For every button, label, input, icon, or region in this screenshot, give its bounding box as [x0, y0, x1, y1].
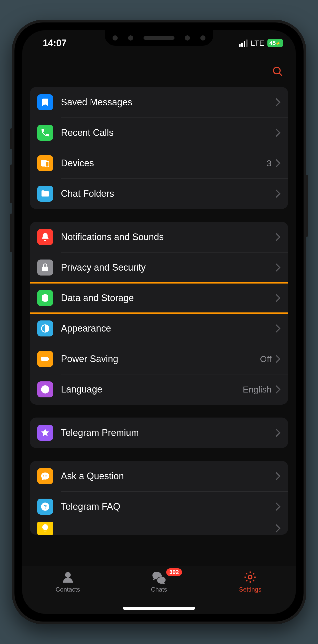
row-value: Off [260, 354, 272, 364]
bell-icon [37, 229, 53, 245]
row-label: Language [61, 384, 243, 395]
settings-row-faq[interactable]: ?Telegram FAQ [30, 491, 288, 522]
chat-icon [37, 468, 53, 484]
settings-row-saved-messages[interactable]: Saved Messages [30, 87, 288, 117]
chevron-right-icon [275, 98, 281, 107]
contrast-icon [37, 320, 53, 336]
row-label: Telegram Premium [61, 427, 275, 438]
search-button[interactable] [270, 64, 285, 79]
settings-row-privacy[interactable]: Privacy and Security [30, 252, 288, 283]
chats-icon [152, 570, 166, 584]
battery-icon [37, 351, 53, 367]
chevron-right-icon [275, 263, 281, 272]
settings-row-chat-folders[interactable]: Chat Folders [30, 178, 288, 209]
phone-icon [37, 125, 53, 141]
svg-rect-3 [46, 162, 49, 167]
settings-group: Telegram Premium [30, 418, 288, 448]
row-label: Notifications and Sounds [61, 232, 275, 242]
chevron-right-icon [275, 385, 281, 394]
settings-row-data-storage[interactable]: Data and Storage [30, 283, 288, 313]
row-value: 3 [267, 158, 272, 168]
svg-line-1 [279, 73, 282, 76]
home-indicator[interactable] [123, 607, 195, 610]
tab-chats[interactable]: Chats302 [114, 570, 204, 593]
chevron-right-icon [275, 355, 281, 363]
chevron-right-icon [275, 294, 281, 302]
svg-rect-8 [48, 358, 49, 360]
globe-icon [37, 381, 53, 397]
tab-contacts[interactable]: Contacts [23, 570, 113, 593]
settings-row-premium[interactable]: Telegram Premium [30, 418, 288, 448]
settings-group: Saved MessagesRecent CallsDevices3Chat F… [30, 87, 288, 209]
chevron-right-icon [275, 159, 281, 168]
gear-icon [243, 570, 257, 584]
power-button [305, 175, 308, 237]
row-label: Chat Folders [61, 188, 275, 199]
row-label: Ask a Question [61, 471, 275, 482]
svg-point-17 [65, 572, 71, 578]
help-icon: ? [37, 499, 53, 515]
tab-label: Settings [239, 586, 261, 593]
phone-frame: 14:07 LTE 45⚡ Saved MessagesRecent Calls… [12, 20, 306, 624]
battery-indicator: 45⚡ [267, 39, 283, 47]
bulb-icon [37, 522, 53, 535]
row-label: Devices [61, 158, 267, 169]
row-label: Saved Messages [61, 97, 275, 108]
notch [105, 30, 213, 46]
row-label: Telegram FAQ [61, 501, 275, 512]
svg-point-0 [274, 67, 280, 74]
storage-icon [37, 290, 53, 306]
svg-point-14 [46, 475, 47, 476]
tab-label: Contacts [55, 586, 80, 593]
settings-row-power-saving[interactable]: Power SavingOff [30, 344, 288, 374]
settings-group: Notifications and SoundsPrivacy and Secu… [30, 222, 288, 405]
settings-row-devices[interactable]: Devices3 [30, 148, 288, 178]
svg-point-18 [248, 575, 252, 579]
chevron-right-icon [275, 233, 281, 241]
tab-bar: ContactsChats302Settings [22, 566, 296, 614]
settings-row-appearance[interactable]: Appearance [30, 313, 288, 344]
cellular-signal-icon [239, 40, 248, 47]
chevron-right-icon [275, 324, 281, 333]
svg-text:?: ? [43, 504, 47, 510]
mute-switch [10, 128, 13, 149]
chevron-right-icon [275, 428, 281, 437]
settings-row-features[interactable] [30, 522, 288, 535]
chevron-right-icon [275, 189, 281, 198]
tab-settings[interactable]: Settings [205, 570, 295, 593]
chevron-right-icon [275, 524, 281, 533]
chevron-right-icon [275, 128, 281, 137]
bookmark-icon [37, 94, 53, 110]
devices-icon [37, 155, 53, 171]
row-label: Data and Storage [61, 293, 275, 303]
folder-icon [37, 186, 53, 202]
settings-row-notifications[interactable]: Notifications and Sounds [30, 222, 288, 252]
settings-row-recent-calls[interactable]: Recent Calls [30, 117, 288, 148]
svg-point-13 [45, 475, 46, 476]
chevron-right-icon [275, 472, 281, 481]
tab-label: Chats [151, 586, 167, 593]
row-value: English [243, 384, 272, 395]
row-label: Privacy and Security [61, 262, 275, 273]
settings-row-ask-question[interactable]: Ask a Question [30, 461, 288, 491]
settings-row-language[interactable]: LanguageEnglish [30, 374, 288, 405]
row-label: Power Saving [61, 354, 260, 364]
network-type: LTE [251, 39, 264, 48]
svg-point-12 [43, 475, 44, 476]
settings-content[interactable]: Saved MessagesRecent CallsDevices3Chat F… [22, 87, 296, 570]
person-icon [61, 570, 75, 584]
chevron-right-icon [275, 502, 281, 511]
row-label: Recent Calls [61, 127, 275, 138]
row-label: Appearance [61, 323, 275, 334]
star-icon [37, 425, 53, 441]
unread-badge: 302 [166, 568, 182, 576]
settings-group: Ask a Question?Telegram FAQ [30, 461, 288, 535]
lock-icon [37, 260, 53, 276]
header-bar [22, 56, 296, 87]
search-icon [272, 66, 283, 77]
volume-up-button [10, 164, 13, 203]
svg-rect-7 [42, 358, 44, 360]
volume-down-button [10, 214, 13, 252]
status-time: 14:07 [43, 38, 67, 49]
